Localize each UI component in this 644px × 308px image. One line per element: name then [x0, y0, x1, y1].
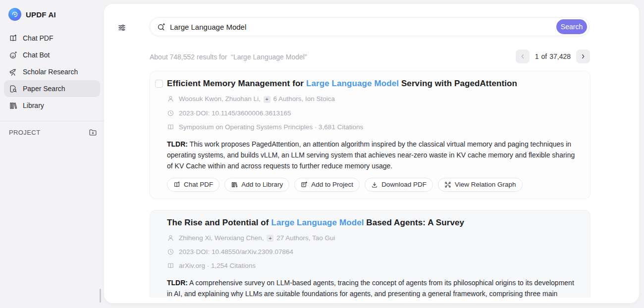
authors-text: Woosuk Kwon, Zhuohan Li, + 6 Authors, Io…	[179, 95, 335, 103]
folder-plus-icon[interactable]	[89, 128, 97, 137]
doi-row: 2023·DOI: 10.48550/arXiv.2309.07864	[167, 248, 578, 256]
telescope-icon	[9, 68, 17, 76]
sidebar-item-label: Chat PDF	[23, 34, 53, 42]
page-separator: of	[541, 52, 547, 60]
library-icon	[9, 102, 17, 110]
current-page: 1	[535, 52, 539, 60]
tldr-label: TLDR:	[167, 140, 188, 148]
venue-text: Symposium on Operating Systems Principle…	[179, 123, 363, 131]
results-list: Efficient Memory Management for Large La…	[104, 63, 639, 298]
sidebar-item-label: Paper Search	[23, 85, 65, 93]
authors-text: Zhiheng Xi, Wenxiang Chen, + 27 Authors,…	[179, 234, 335, 242]
project-label: PROJECT	[9, 129, 40, 136]
clock-icon	[167, 109, 174, 117]
book-icon	[167, 123, 174, 131]
venue-text: arXiv.org · 1,254 Citations	[179, 262, 256, 269]
paper-title[interactable]: The Rise and Potential of Large Language…	[167, 218, 578, 228]
folder-plus-icon	[301, 181, 308, 188]
paper-actions: Chat PDF Add to Library	[167, 178, 578, 192]
relation-graph-icon	[444, 181, 451, 188]
chat-bot-icon	[9, 51, 17, 59]
title-highlight: Large Language Model	[306, 79, 399, 88]
add-to-library-button[interactable]: Add to Library	[224, 178, 289, 192]
expand-authors-badge[interactable]: +	[264, 96, 270, 103]
view-relation-graph-button[interactable]: View Relation Graph	[438, 178, 523, 192]
person-icon	[167, 95, 174, 103]
paper-title[interactable]: Efficient Memory Management for Large La…	[167, 79, 578, 89]
search-button[interactable]: Search	[556, 19, 587, 34]
results-query-text: “Large Language Model”	[231, 53, 307, 61]
venue-row: arXiv.org · 1,254 Citations	[167, 262, 578, 269]
paper-card: The Rise and Potential of Large Language…	[150, 210, 590, 298]
next-page-button[interactable]	[576, 50, 590, 63]
sidebar-scrollbar[interactable]	[100, 289, 101, 303]
paper-card: Efficient Memory Management for Large La…	[150, 71, 590, 199]
ai-search-icon	[157, 23, 165, 31]
tldr-text: This work proposes PagedAttention, an at…	[167, 140, 575, 170]
sidebar-item-label: Scholar Research	[23, 68, 78, 76]
sidebar-item-library[interactable]: Library	[4, 97, 100, 114]
results-summary: About 748,552 results for “Large Languag…	[150, 53, 307, 61]
tldr-label: TLDR:	[167, 279, 188, 287]
page-indicator: 1 of 37,428	[535, 52, 571, 60]
sidebar: UPDF AI Chat PDF Chat Bot	[0, 0, 104, 308]
library-icon	[231, 181, 238, 188]
tldr-paragraph: TLDR: A comprehensive survey on LLM-base…	[167, 277, 576, 298]
sidebar-item-scholar-research[interactable]: Scholar Research	[4, 63, 100, 80]
add-to-project-button[interactable]: Add to Project	[294, 178, 360, 192]
previous-page-button[interactable]	[516, 50, 530, 63]
main-panel: Search About 748,552 results for “Large …	[104, 4, 639, 303]
results-count-text: About 748,552 results for	[150, 53, 227, 61]
tldr-text: A comprehensive survey on LLM-based agen…	[167, 279, 574, 298]
paper-search-icon	[9, 85, 17, 93]
chat-pdf-button[interactable]: Chat PDF	[167, 178, 219, 192]
tldr-paragraph: TLDR: This work proposes PagedAttention,…	[167, 139, 576, 171]
paper-checkbox[interactable]	[155, 80, 163, 88]
chevron-left-icon	[519, 53, 526, 60]
title-text: Serving with PagedAttention	[399, 79, 517, 88]
title-text: The Rise and Potential of	[167, 218, 271, 227]
app-logo: UPDF AI	[0, 0, 104, 21]
person-icon	[167, 234, 174, 242]
chat-pdf-icon	[173, 181, 180, 188]
sidebar-item-chat-pdf[interactable]: Chat PDF	[4, 30, 100, 47]
expand-authors-badge[interactable]: +	[267, 235, 273, 242]
doi-text: 2023·DOI: 10.48550/arXiv.2309.07864	[179, 248, 293, 256]
sidebar-divider	[0, 121, 104, 121]
updf-ai-logo-icon	[8, 8, 21, 21]
authors-row: Zhiheng Xi, Wenxiang Chen, + 27 Authors,…	[167, 234, 578, 242]
search-input[interactable]	[170, 23, 556, 31]
authors-row: Woosuk Kwon, Zhuohan Li, + 6 Authors, Io…	[167, 95, 578, 103]
total-pages: 37,428	[549, 52, 571, 60]
download-icon	[371, 181, 378, 188]
sidebar-item-paper-search[interactable]: Paper Search	[4, 80, 100, 97]
venue-row: Symposium on Operating Systems Principle…	[167, 123, 578, 131]
sidebar-item-label: Chat Bot	[23, 51, 50, 59]
clock-icon	[167, 248, 174, 256]
title-text: Efficient Memory Management for	[167, 79, 306, 88]
project-section-header: PROJECT	[0, 122, 104, 142]
title-text: Based Agents: A Survey	[364, 218, 465, 227]
doi-row: 2023·DOI: 10.1145/3600006.3613165	[167, 109, 578, 117]
sidebar-item-label: Library	[23, 102, 44, 109]
doi-text: 2023·DOI: 10.1145/3600006.3613165	[179, 109, 291, 117]
pagination: 1 of 37,428	[516, 50, 590, 63]
download-pdf-button[interactable]: Download PDF	[365, 178, 433, 192]
search-filters-button[interactable]	[116, 22, 128, 34]
sidebar-nav: Chat PDF Chat Bot Scholar R	[4, 30, 100, 114]
filter-sliders-icon	[117, 23, 126, 32]
app-title: UPDF AI	[26, 10, 56, 19]
book-icon	[167, 262, 174, 269]
search-bar: Search	[150, 17, 590, 36]
chevron-right-icon	[580, 53, 587, 60]
sidebar-item-chat-bot[interactable]: Chat Bot	[4, 47, 100, 63]
title-highlight: Large Language Model	[271, 218, 364, 227]
chat-pdf-icon	[9, 34, 17, 43]
